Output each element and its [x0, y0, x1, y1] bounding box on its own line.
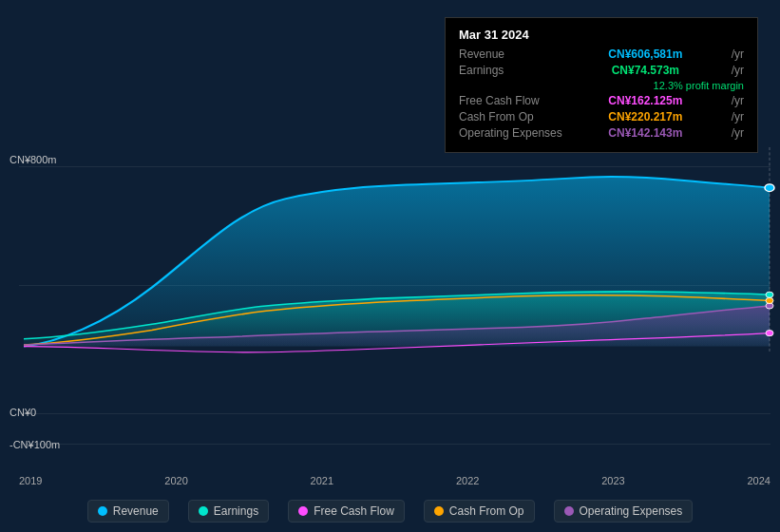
- x-axis: 2019 2020 2021 2022 2023 2024: [19, 475, 770, 486]
- legend-fcf[interactable]: Free Cash Flow: [288, 500, 405, 522]
- x-label-2023: 2023: [601, 475, 624, 486]
- legend-dot-revenue: [98, 506, 107, 516]
- fcf-value: CN¥162.125m: [608, 94, 682, 107]
- revenue-unit: /yr: [732, 48, 744, 61]
- earnings-value: CN¥74.573m: [612, 64, 679, 77]
- y-label-neg100: -CN¥100m: [10, 439, 60, 450]
- earnings-cursor-dot: [766, 292, 773, 297]
- revenue-value: CN¥606,581m: [608, 48, 682, 61]
- tooltip-cashop-row: Cash From Op CN¥220.217m /yr: [459, 110, 744, 124]
- earnings-unit: /yr: [732, 64, 744, 77]
- legend-opex[interactable]: Operating Expenses: [554, 500, 694, 522]
- fcf-label: Free Cash Flow: [459, 94, 563, 107]
- x-label-2019: 2019: [19, 475, 42, 486]
- legend-label-opex: Operating Expenses: [580, 504, 683, 518]
- tooltip-revenue-row: Revenue CN¥606,581m /yr: [459, 48, 744, 61]
- grid-line-neg100: [19, 444, 770, 445]
- cashop-unit: /yr: [732, 110, 744, 124]
- legend-dot-earnings: [199, 506, 208, 516]
- legend-label-fcf: Free Cash Flow: [314, 504, 394, 518]
- tooltip-earnings-row: Earnings CN¥74.573m /yr: [459, 64, 744, 77]
- profit-margin-value: 12.3% profit margin: [654, 80, 744, 91]
- tooltip-profit-margin-row: 12.3% profit margin: [459, 80, 744, 91]
- revenue-label: Revenue: [459, 48, 563, 61]
- cashop-label: Cash From Op: [459, 110, 563, 124]
- legend-label-revenue: Revenue: [113, 504, 159, 518]
- cashop-value: CN¥220.217m: [608, 110, 682, 124]
- legend-dot-fcf: [298, 506, 308, 516]
- tooltip-fcf-row: Free Cash Flow CN¥162.125m /yr: [459, 94, 744, 107]
- x-label-2024: 2024: [747, 475, 770, 486]
- tooltip-date: Mar 31 2024: [459, 28, 744, 42]
- tooltip-opex-row: Operating Expenses CN¥142.143m /yr: [459, 126, 744, 140]
- x-label-2022: 2022: [456, 475, 479, 486]
- x-label-2020: 2020: [164, 475, 187, 486]
- legend: Revenue Earnings Free Cash Flow Cash Fro…: [0, 500, 780, 522]
- opex-unit: /yr: [732, 126, 744, 140]
- fcf-unit: /yr: [732, 94, 744, 107]
- legend-revenue[interactable]: Revenue: [87, 500, 169, 522]
- legend-earnings[interactable]: Earnings: [188, 500, 269, 522]
- legend-dot-opex: [564, 506, 574, 516]
- chart-container: Mar 31 2024 Revenue CN¥606,581m /yr Earn…: [0, 0, 780, 532]
- legend-label-earnings: Earnings: [214, 504, 258, 518]
- legend-dot-cashop: [434, 506, 444, 516]
- earnings-label: Earnings: [459, 64, 563, 77]
- fcf-cursor-dot: [766, 331, 773, 336]
- opex-label: Operating Expenses: [459, 126, 563, 140]
- opex-value: CN¥142.143m: [608, 126, 682, 140]
- legend-cashop[interactable]: Cash From Op: [424, 500, 535, 522]
- cashop-cursor-dot: [766, 297, 773, 303]
- x-label-2021: 2021: [311, 475, 333, 486]
- tooltip-box: Mar 31 2024 Revenue CN¥606,581m /yr Earn…: [445, 17, 758, 153]
- chart-svg: [0, 147, 780, 428]
- legend-label-cashop: Cash From Op: [449, 504, 524, 518]
- revenue-cursor-dot: [765, 184, 774, 192]
